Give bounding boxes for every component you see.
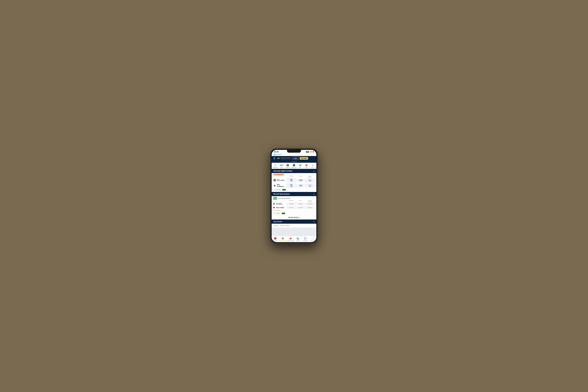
signal-icon: ▌▌▌ xyxy=(306,151,309,153)
bottom-nav-store[interactable]: 🏪 STORE xyxy=(294,237,302,241)
dal-total-odds: -112 xyxy=(306,186,314,187)
ncaaf-bets-footer: + 79 Bets SGP xyxy=(272,212,316,216)
dal-total-cell[interactable]: U 52.5 -112 xyxy=(305,184,315,187)
svg-text:🍒: 🍒 xyxy=(274,238,276,239)
pennstate-team-info: Penn State xyxy=(273,207,286,208)
det-total-cell[interactable]: O 52.5 -109 xyxy=(305,178,315,182)
nav-nba[interactable]: NBA xyxy=(304,164,309,168)
nav-browse-label: BROWSE xyxy=(273,167,278,168)
nav-specials[interactable]: ★ SPECIALS xyxy=(291,164,297,168)
casino-icon: 🍒 xyxy=(274,237,277,240)
match-time-row: TODAY 8:15 PM xyxy=(272,173,316,176)
dal-spread-cell[interactable]: -5.5 -109 xyxy=(286,184,296,188)
football-bets-footer: + 384 Bets SGP xyxy=(272,188,316,192)
state-label: Delaware ▾ xyxy=(291,161,297,162)
ncaaf-col-win: WIN xyxy=(297,200,304,202)
notch xyxy=(287,150,301,153)
section-chevron-ncaaf: ▲ xyxy=(313,193,315,195)
nav-icons-bar: 🔍 BROWSE LIVE NOW PROPS xyxy=(272,163,316,169)
nav-nfl[interactable]: NFL xyxy=(298,164,303,168)
status-time: 12:16 xyxy=(274,151,278,153)
game-status: TODAY 8:15 PM xyxy=(276,174,283,175)
ncaaf-bets-count[interactable]: + 79 Bets xyxy=(273,212,281,214)
det-win-cell[interactable]: +210 xyxy=(297,179,304,182)
ncaaf-time-row: LIVE 14:00 1ST QUARTER xyxy=(272,196,316,200)
nav-ncaaf-label: NCAAF xyxy=(311,167,314,168)
specials-icon: ★ xyxy=(292,164,296,167)
nav-now-label: NOW xyxy=(280,167,283,168)
nav-now[interactable]: LIVE NOW xyxy=(279,164,284,168)
section-chevron-soccer: ▲ xyxy=(313,221,315,222)
back-label: App Store xyxy=(275,154,282,155)
team-row-olemiss: Ole Miss Closed Closed Closed xyxy=(272,202,316,206)
section-top-soccer[interactable]: Top Soccer ▲ xyxy=(272,220,316,224)
bottom-nav-betslip[interactable]: 📄 BETSLIP xyxy=(309,237,316,241)
join-button[interactable]: Join Now xyxy=(300,157,308,160)
det-team-name: DET Lions xyxy=(277,179,284,181)
sgp-badge-ncaaf: SGP xyxy=(282,213,285,214)
nav-browse[interactable]: 🔍 BROWSE xyxy=(272,164,278,168)
betrivers-bird-logo xyxy=(276,157,280,160)
betslip-icon: 📄 xyxy=(311,237,314,240)
phone-wrapper: 12:16 ▌▌▌ 📶 46 ◀ App Store ☰ xyxy=(270,148,318,244)
lions-logo: 🦁 xyxy=(273,179,276,182)
det-spread-cell[interactable]: +5.5 -112 xyxy=(286,178,296,182)
det-win-odds: +210 xyxy=(297,179,304,181)
svg-text:⚽: ⚽ xyxy=(282,238,284,239)
now-icon: LIVE xyxy=(280,164,283,167)
store-icon: 🏪 xyxy=(296,237,300,240)
casino-label: CASINO xyxy=(273,240,277,241)
bottom-nav-support[interactable]: 💬 SUPPORT xyxy=(302,237,309,241)
back-arrow-icon: ◀ xyxy=(273,154,274,155)
login-button[interactable]: Login xyxy=(292,157,299,160)
col-total: TOTALPOINTS xyxy=(305,176,315,178)
show-more-button[interactable]: SHOW MORE ▾ xyxy=(272,216,316,220)
det-spread-odds: -112 xyxy=(287,180,296,182)
support-icon: 💬 xyxy=(304,237,307,240)
status-icons: ▌▌▌ 📶 46 xyxy=(306,151,314,153)
support-label: SUPPORT xyxy=(303,240,308,241)
det-spread-value: +5.5 xyxy=(287,179,296,180)
phone-screen: 12:16 ▌▌▌ 📶 46 ◀ App Store ☰ xyxy=(272,150,316,242)
nav-props-label: PROPS xyxy=(286,167,290,168)
bottom-nav-sportsbook[interactable]: ⚽ SPORTSBOOK xyxy=(279,237,286,241)
section-saturday-football[interactable]: Saturday Night Football ▲ xyxy=(272,169,316,173)
team-row-pennstate: Penn State Closed Closed Closed xyxy=(272,206,316,210)
dal-logo xyxy=(273,184,276,187)
betslip-label: BETSLIP xyxy=(310,240,315,241)
sportsbook-icon: ⚽ xyxy=(281,237,284,240)
pennstate-total-closed: Closed xyxy=(305,206,315,209)
col-team xyxy=(273,176,286,178)
nav-nba-label: NBA xyxy=(305,167,308,168)
ncaaf-col-headers: SPREAD WIN TOTALPOINTS xyxy=(272,200,316,202)
ncaaf-col-team xyxy=(273,200,286,202)
nav-props[interactable]: PROPS xyxy=(285,164,290,168)
nav-specials-label: SPECIALS xyxy=(291,167,297,168)
section-title-ncaaf: NCAAF Bowl Games xyxy=(273,193,290,195)
ncaaf-icon xyxy=(311,164,314,167)
brand-logo: BETRIVERS DELAWARE PARK xyxy=(276,157,291,160)
state-selector[interactable]: Delaware ▾ xyxy=(272,161,316,163)
brand-partner: DELAWARE PARK xyxy=(281,159,291,160)
football-bets-count[interactable]: + 384 Bets xyxy=(273,188,282,191)
dal-spread-value: -5.5 xyxy=(287,184,296,186)
bottom-nav-promotions[interactable]: 📣 PROMOTIONS xyxy=(287,237,294,241)
hamburger-menu-icon[interactable]: ☰ xyxy=(273,157,275,160)
svg-rect-11 xyxy=(274,174,275,175)
bottom-nav-casino[interactable]: 🍒 CASINO xyxy=(272,237,279,241)
promotions-icon: 📣 xyxy=(289,237,292,240)
dal-win-cell[interactable]: -275 xyxy=(297,184,304,187)
football-bets-label: 384 Bets xyxy=(276,189,280,190)
tv-icon xyxy=(274,174,275,175)
section-ncaaf-bowl[interactable]: NCAAF Bowl Games ▲ xyxy=(272,192,316,196)
props-icon xyxy=(286,164,290,167)
soccer-league-text: England · Premier League xyxy=(273,225,290,226)
bowl-game-note: Peach Bowl xyxy=(272,210,316,212)
dal-team-info: DAL Cowboys xyxy=(273,184,286,187)
nav-ncaaf[interactable]: NCAAF xyxy=(310,164,316,168)
back-nav[interactable]: ◀ App Store xyxy=(272,153,316,156)
pennstate-dot xyxy=(273,207,275,208)
section-title-soccer: Top Soccer xyxy=(273,220,282,222)
dal-win-odds: -275 xyxy=(297,185,304,186)
dal-team-name: DAL Cowboys xyxy=(277,184,286,187)
